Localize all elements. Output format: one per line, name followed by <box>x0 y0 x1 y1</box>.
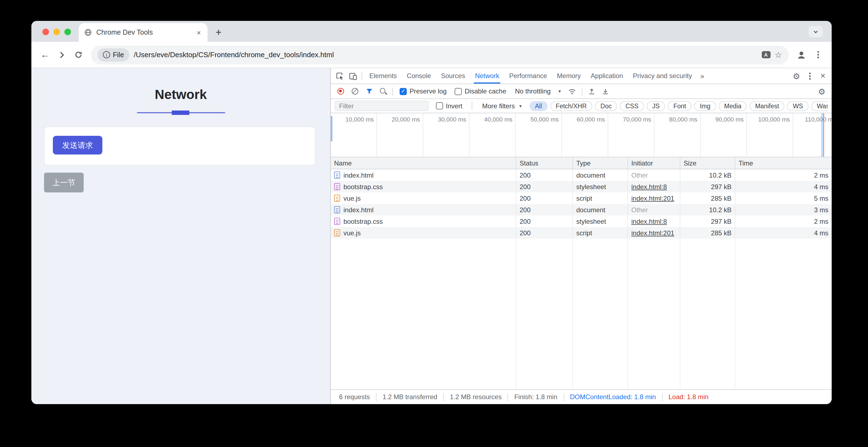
request-row[interactable]: bootstrap.css 200 stylesheet index.html:… <box>331 181 832 193</box>
request-initiator-cell[interactable]: index.html:8 <box>628 215 680 227</box>
devtools-tab[interactable]: Console <box>402 68 436 83</box>
column-header-type[interactable]: Type <box>573 157 628 169</box>
request-row[interactable]: index.html 200 document Other 10.2 kB 3 … <box>331 204 832 215</box>
more-filters-dropdown[interactable]: More filters ▾ <box>478 102 526 110</box>
request-initiator-cell[interactable]: index.html:201 <box>628 193 680 204</box>
back-button[interactable]: ← <box>37 46 53 63</box>
disable-cache-checkbox[interactable]: Disable cache <box>451 88 510 95</box>
request-name-cell[interactable]: index.html <box>331 204 516 215</box>
bookmark-star-icon[interactable]: ☆ <box>775 50 782 60</box>
browser-menu-button[interactable] <box>810 46 826 63</box>
throttling-select[interactable]: No throttling ▾ <box>511 88 565 95</box>
request-name-cell[interactable]: bootstrap.css <box>331 215 516 227</box>
devtools-tab[interactable]: Elements <box>364 68 402 83</box>
column-header-initiator[interactable]: Initiator <box>628 157 680 169</box>
filter-chip[interactable]: Doc <box>595 101 617 111</box>
browser-tab[interactable]: Chrome Dev Tools × <box>79 23 208 42</box>
kebab-icon <box>817 54 819 56</box>
request-name-cell[interactable]: vue.js <box>331 227 516 239</box>
chevron-down-icon: ▾ <box>558 89 561 94</box>
request-initiator-cell[interactable]: Other <box>628 204 680 215</box>
column-divider[interactable] <box>572 239 573 389</box>
address-bar[interactable]: i File /Users/eve/Desktop/CS/Frontend/ch… <box>91 45 789 64</box>
request-row[interactable]: bootstrap.css 200 stylesheet index.html:… <box>331 215 832 227</box>
request-name-cell[interactable]: vue.js <box>331 193 516 204</box>
filter-chip[interactable]: Wasm <box>811 101 828 111</box>
devtools-tab[interactable]: Application <box>586 68 628 83</box>
devtools-tab[interactable]: Sources <box>436 68 470 83</box>
devtools-tab[interactable]: Performance <box>504 68 552 83</box>
column-divider[interactable] <box>735 239 735 389</box>
record-network-log-icon[interactable] <box>337 88 344 95</box>
filter-chip[interactable]: Img <box>694 101 716 111</box>
clear-network-log-icon[interactable] <box>352 88 358 95</box>
column-header-status[interactable]: Status <box>516 157 573 169</box>
devtools-menu-button[interactable] <box>803 69 816 82</box>
device-toolbar-icon[interactable] <box>346 69 360 82</box>
filter-chip[interactable]: Font <box>668 101 691 111</box>
new-tab-button[interactable]: + <box>211 25 226 40</box>
timeline-label: 110,000 ms <box>793 113 832 157</box>
preserve-log-checkbox[interactable]: Preserve log <box>396 88 451 95</box>
devtools-tab[interactable]: Privacy and security <box>628 68 697 83</box>
request-size-cell: 285 kB <box>680 193 735 204</box>
translate-icon[interactable]: A <box>762 51 770 58</box>
inspect-element-icon[interactable] <box>333 69 346 82</box>
invert-label: Invert <box>446 102 462 110</box>
column-header-name[interactable]: Name <box>331 157 516 169</box>
previous-section-button[interactable]: 上一节 <box>44 173 84 193</box>
column-divider[interactable] <box>627 239 628 389</box>
close-window-button[interactable] <box>42 29 49 35</box>
column-divider[interactable] <box>516 239 516 389</box>
filter-chip[interactable]: JS <box>647 101 665 111</box>
tab-search-chevron-button[interactable] <box>809 26 823 37</box>
devtools-tab[interactable]: Network <box>470 68 504 83</box>
request-row[interactable]: index.html 200 document Other 10.2 kB 2 … <box>331 169 832 181</box>
zoom-window-button[interactable] <box>64 29 71 35</box>
tab-close-icon[interactable]: × <box>196 28 202 37</box>
forward-button[interactable] <box>53 46 70 63</box>
profile-avatar-button[interactable] <box>793 46 810 63</box>
url-text[interactable]: /Users/eve/Desktop/CS/Frontend/chrome_de… <box>134 50 757 59</box>
request-row[interactable]: vue.js 200 script index.html:201 285 kB … <box>331 193 832 204</box>
timeline-label: 50,000 ms <box>516 113 562 157</box>
close-devtools-icon[interactable]: × <box>816 69 830 82</box>
filter-chip[interactable]: CSS <box>620 101 644 111</box>
more-tabs-icon[interactable]: » <box>697 72 708 80</box>
site-info-chip[interactable]: i File <box>97 48 129 61</box>
filter-chip[interactable]: Media <box>719 101 747 111</box>
request-initiator-cell[interactable]: index.html:8 <box>628 181 680 193</box>
minimize-window-button[interactable] <box>53 29 60 35</box>
filter-chip[interactable]: WS <box>787 101 809 111</box>
request-initiator-cell[interactable]: Other <box>628 169 680 181</box>
reload-button[interactable] <box>70 46 86 63</box>
column-divider[interactable] <box>680 239 680 389</box>
checkbox-unchecked-icon[interactable] <box>436 102 443 109</box>
request-row[interactable]: vue.js 200 script index.html:201 285 kB … <box>331 227 832 239</box>
column-header-time[interactable]: Time <box>735 157 832 169</box>
timeline-range-handle[interactable] <box>331 116 332 141</box>
checkbox-unchecked-icon[interactable] <box>455 88 462 95</box>
timeline-overview[interactable]: 10,000 ms 20,000 ms 30,000 ms 40,000 ms … <box>331 113 832 157</box>
filter-chip[interactable]: Fetch/XHR <box>550 101 592 111</box>
devtools-tab[interactable]: Memory <box>552 68 586 83</box>
import-har-icon[interactable] <box>585 85 598 98</box>
network-settings-gear-icon[interactable]: ⚙ <box>815 85 828 98</box>
checkbox-checked-icon[interactable] <box>400 88 407 95</box>
search-icon[interactable] <box>376 85 390 98</box>
filter-input[interactable] <box>335 101 429 111</box>
invert-checkbox[interactable]: Invert <box>432 102 466 110</box>
filter-chip[interactable]: All <box>529 101 548 111</box>
send-request-button[interactable]: 发送请求 <box>53 136 102 154</box>
filter-chip[interactable]: Manifest <box>750 101 785 111</box>
request-initiator-cell[interactable]: index.html:201 <box>628 227 680 239</box>
network-conditions-icon[interactable] <box>566 85 579 98</box>
export-har-icon[interactable] <box>599 85 612 98</box>
request-name-cell[interactable]: bootstrap.css <box>331 181 516 193</box>
request-status-cell: 200 <box>516 204 573 215</box>
request-name-cell[interactable]: index.html <box>331 169 516 181</box>
filter-funnel-icon[interactable] <box>363 85 376 98</box>
settings-gear-icon[interactable]: ⚙ <box>790 69 803 82</box>
timeline-label: 90,000 ms <box>701 113 747 157</box>
column-header-size[interactable]: Size <box>680 157 735 169</box>
